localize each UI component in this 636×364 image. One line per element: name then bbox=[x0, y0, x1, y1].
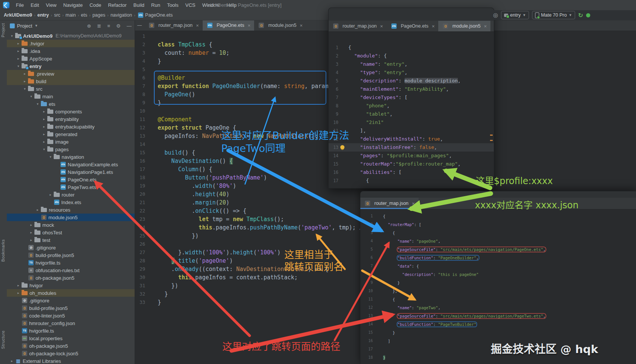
tree-item-entrybackupability[interactable]: ▸entrybackupability bbox=[7, 123, 135, 130]
code-line-2[interactable]: 2 "routerMap": [ bbox=[360, 220, 636, 229]
tab-module.json5[interactable]: {}module.json5× bbox=[254, 20, 306, 31]
menu-item-edit[interactable]: Edit bbox=[27, 0, 42, 10]
code-line-14[interactable]: 14 "pages": "$profile:main_pages", bbox=[329, 152, 494, 160]
code-line-17[interactable]: 17 bbox=[360, 345, 636, 353]
line-number[interactable]: 30 bbox=[135, 273, 145, 282]
chevron-right-icon[interactable]: ▸ bbox=[48, 193, 53, 197]
chevron-right-icon[interactable]: ▸ bbox=[28, 238, 34, 242]
chevron-right-icon[interactable]: ▸ bbox=[41, 110, 47, 113]
chevron-right-icon[interactable]: ▸ bbox=[41, 117, 47, 121]
tree-item-pages[interactable]: ▾pages bbox=[7, 146, 135, 153]
tree-item-navigationpage1.ets[interactable]: etsNavigationPage1.ets bbox=[7, 168, 135, 176]
chevron-down-icon[interactable]: ▾ bbox=[41, 147, 47, 151]
line-number[interactable]: 5 bbox=[360, 245, 373, 254]
code-line-10[interactable]: 10 "2in1" bbox=[329, 118, 494, 127]
bottom-window-header[interactable] bbox=[360, 191, 636, 198]
tree-item-external libraries[interactable]: ▸▥External Libraries bbox=[7, 357, 135, 364]
tree-item-hvigor[interactable]: ▸hvigor bbox=[7, 282, 135, 289]
chevron-down-icon[interactable]: ▾ bbox=[48, 155, 53, 159]
tree-item-index.ets[interactable]: etsIndex.ets bbox=[7, 198, 135, 206]
chevron-right-icon[interactable]: ▸ bbox=[28, 223, 34, 227]
line-number[interactable]: 3 bbox=[329, 60, 338, 68]
line-number[interactable]: 17 bbox=[135, 165, 145, 173]
breadcrumb-item-ets[interactable]: ets bbox=[81, 12, 87, 18]
chevron-right-icon[interactable]: ▸ bbox=[16, 49, 21, 53]
code-line-14[interactable]: 14 "buildFunction": "PageTwoBuilder" bbox=[360, 320, 636, 328]
code-line-11[interactable]: 11 { bbox=[360, 295, 636, 304]
code-line-9[interactable]: 9 } bbox=[360, 279, 636, 287]
tree-item-navigation[interactable]: ▾navigation bbox=[7, 153, 135, 161]
line-number[interactable]: 27 bbox=[135, 248, 145, 257]
stripe-bookmarks-button[interactable]: Bookmarks bbox=[1, 239, 5, 262]
line-number[interactable]: 23 bbox=[135, 215, 145, 223]
tree-item-ets[interactable]: ▾ets bbox=[7, 100, 135, 108]
code-line-7[interactable]: 7 "data": { bbox=[360, 262, 636, 270]
intention-bulb-icon[interactable] bbox=[340, 145, 344, 149]
code-line-17[interactable]: 17 { bbox=[329, 177, 494, 185]
menu-item-build[interactable]: Build bbox=[130, 0, 148, 10]
code-line-15[interactable]: 15 } bbox=[360, 328, 636, 337]
tab-close-icon[interactable]: × bbox=[248, 23, 251, 28]
chevron-down-icon[interactable]: ▼ bbox=[34, 24, 38, 28]
menu-item-tools[interactable]: Tools bbox=[164, 0, 182, 10]
line-number[interactable]: 6 bbox=[360, 254, 373, 262]
line-number[interactable]: 15 bbox=[135, 149, 145, 157]
line-number[interactable]: 5 bbox=[135, 65, 145, 74]
tree-item-resources[interactable]: ▸resources bbox=[7, 206, 135, 214]
tree-item-local.properties[interactable]: ≔local.properties bbox=[7, 335, 135, 342]
chevron-down-icon[interactable]: ▾ bbox=[35, 102, 40, 106]
line-number[interactable]: 14 bbox=[135, 140, 145, 149]
breadcrumb-item-arkuidemo9[interactable]: ArkUIDemo9 bbox=[4, 12, 32, 18]
line-number[interactable]: 9 bbox=[329, 110, 338, 118]
line-number[interactable]: 16 bbox=[360, 337, 373, 345]
chevron-right-icon[interactable]: ▸ bbox=[16, 57, 21, 60]
module-select[interactable]: entry ▼ bbox=[501, 11, 529, 19]
line-number[interactable]: 16 bbox=[135, 157, 145, 165]
chevron-down-icon[interactable]: ▾ bbox=[16, 64, 21, 68]
code-line-8[interactable]: 8 "description": "this is pageOne" bbox=[360, 270, 636, 279]
code-line-15[interactable]: 15 "routerMap":"$profile:router_map", bbox=[329, 160, 494, 168]
collapse-all-icon[interactable]: ≡ bbox=[107, 23, 110, 29]
tree-item-router[interactable]: ▸router bbox=[7, 191, 135, 198]
menu-item-view[interactable]: View bbox=[42, 0, 60, 10]
device-select[interactable]: Mate 70 Pro ▼ bbox=[532, 11, 575, 19]
chevron-down-icon[interactable]: ▾ bbox=[28, 94, 34, 98]
tree-item-src[interactable]: ▾src bbox=[7, 85, 135, 93]
tree-item-mock[interactable]: ▸mock bbox=[7, 221, 135, 229]
line-number[interactable]: 4 bbox=[329, 68, 338, 77]
tree-item-build-profile.json5[interactable]: {}build-profile.json5 bbox=[7, 251, 135, 259]
tree-item-.preview[interactable]: ▸.preview bbox=[7, 70, 135, 77]
breadcrumb-item-entry[interactable]: entry bbox=[37, 12, 49, 18]
code-line-4[interactable]: 4 "name": "pageOne", bbox=[360, 237, 636, 245]
chevron-right-icon[interactable]: ▸ bbox=[9, 359, 15, 363]
line-number[interactable]: 11 bbox=[135, 115, 145, 124]
line-number[interactable]: 3 bbox=[360, 229, 373, 237]
menu-item-run[interactable]: Run bbox=[148, 0, 164, 10]
code-line-16[interactable]: 16 "abilities": [ bbox=[329, 168, 494, 177]
line-number[interactable]: 10 bbox=[329, 118, 338, 127]
tree-item-test[interactable]: ▸test bbox=[7, 236, 135, 244]
tab-router_map.json[interactable]: {}router_map.json× bbox=[144, 20, 203, 31]
line-number[interactable]: 14 bbox=[360, 320, 373, 328]
code-line-18[interactable]: 18} bbox=[360, 353, 636, 362]
hide-tabs-icon[interactable]: — bbox=[135, 20, 144, 31]
stripe-project-button[interactable]: Project bbox=[1, 23, 5, 37]
line-number[interactable]: 10 bbox=[135, 107, 145, 115]
line-number[interactable]: 4 bbox=[360, 237, 373, 245]
line-number[interactable]: 7 bbox=[329, 93, 338, 102]
float-editor-code[interactable]: 1{2 "module": {3 "name": "entry",4 "type… bbox=[329, 31, 494, 188]
tree-item-pageone.ets[interactable]: etsPageOne.ets bbox=[7, 176, 135, 183]
line-number[interactable]: 31 bbox=[135, 282, 145, 290]
tab-close-icon[interactable]: × bbox=[300, 23, 303, 28]
bottom-editor-code[interactable]: 1{2 "routerMap": [3 {4 "name": "pageOne"… bbox=[360, 209, 636, 364]
line-number[interactable]: 18 bbox=[135, 173, 145, 182]
line-number[interactable]: 6 bbox=[135, 74, 145, 82]
line-number[interactable]: 8 bbox=[135, 90, 145, 99]
chevron-right-icon[interactable]: ▸ bbox=[41, 140, 47, 144]
tree-item-navigationexample.ets[interactable]: etsNavigationExample.ets bbox=[7, 161, 135, 168]
line-number[interactable]: 32 bbox=[135, 290, 145, 298]
line-number[interactable]: 2 bbox=[360, 220, 373, 229]
code-line-6[interactable]: 6 "buildFunction": "PageOneBuilder", bbox=[360, 254, 636, 262]
line-number[interactable]: 18 bbox=[360, 353, 373, 362]
breadcrumb-item-pageone.ets[interactable]: PageOne.ets bbox=[145, 12, 173, 18]
